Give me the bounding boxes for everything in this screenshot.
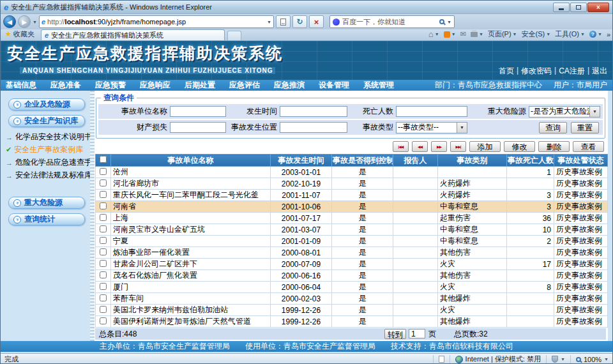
select-all-checkbox[interactable] (100, 156, 107, 163)
row-checkbox[interactable] (100, 214, 107, 221)
sidebar-group-0[interactable]: »企业及危险源 (8, 98, 85, 110)
sidebar-group-3[interactable]: »查询统计 (8, 213, 85, 225)
table-row[interactable]: 美国北卡罗来纳州韦兹伯勒加油站1999-12-26是火灾历史事故案例 (96, 305, 608, 316)
action-button-2[interactable]: 删除 (538, 141, 570, 152)
row-checkbox[interactable] (100, 179, 107, 186)
feeds-button[interactable]: ▼ (444, 31, 456, 38)
sidebar-item[interactable]: →危险化学品应急速查手... (6, 157, 90, 168)
nav-menu-item-7[interactable]: 设备管理 (319, 80, 349, 91)
sidebar-item[interactable]: →安全法律法规及标准库 (6, 170, 90, 181)
status-text: 完成 (4, 354, 19, 364)
action-button-1[interactable]: 修改 (504, 141, 535, 152)
query-input[interactable] (170, 106, 226, 117)
active-tab[interactable]: e 安全生产应急救援指挥辅助决策系统 (41, 29, 225, 40)
nav-menu-item-1[interactable]: 应急准备 (50, 80, 81, 91)
pager-prev-button[interactable]: ◀◀ (412, 141, 428, 152)
help-menu[interactable]: ?▼ (589, 31, 602, 38)
safety-menu[interactable]: 安全(S)▼ (522, 29, 551, 39)
nav-menu-item-8[interactable]: 系统管理 (363, 80, 394, 91)
sidebar-item[interactable]: →化学品安全技术说明书 (6, 132, 90, 142)
back-button[interactable]: ◀ (3, 15, 16, 28)
row-checkbox[interactable] (100, 283, 107, 290)
read-mail-button[interactable]: ✉ (460, 30, 466, 38)
sidebar-group-2[interactable]: »重大危险源 (8, 197, 85, 209)
favorites-button[interactable]: ★ 收藏夹 (3, 29, 38, 40)
table-row[interactable]: 河南灵宝市义寺山金矿五坑2001-03-07是中毒和窒息10历史事故案例 (96, 224, 608, 236)
nav-menu-item-4[interactable]: 后期处置 (185, 80, 215, 91)
pager-first-button[interactable]: |◀◀ (393, 141, 409, 152)
nav-menu-item-6[interactable]: 应急推演 (274, 80, 305, 91)
action-button-0[interactable]: 添加 (469, 141, 501, 152)
query-input[interactable] (396, 106, 467, 117)
smartscreen-control[interactable]: ▼ (546, 355, 565, 364)
table-row[interactable]: 厦门2000-06-04是火灾8历史事故案例 (96, 282, 608, 293)
table-row[interactable]: 沧州2003-01-01是1历史事故案例 (96, 167, 608, 178)
close-button[interactable]: × (587, 3, 609, 12)
row-checkbox[interactable] (100, 202, 107, 209)
table-row[interactable]: 炼油事业部一催化装置2000-08-01是其他伤害历史事故案例 (96, 247, 608, 259)
header-link-1[interactable]: 修改密码 (521, 66, 552, 77)
url-dropdown-icon[interactable]: ▼ (267, 20, 271, 24)
maximize-button[interactable] (570, 3, 587, 12)
query-select[interactable]: -是否为重大危险源-▼ (529, 106, 600, 118)
table-row[interactable]: 重庆长风化一车间二苯甲酮工段二号光化釜2001-11-07是火药爆炸3历史事故案… (96, 190, 608, 201)
row-checkbox[interactable] (100, 260, 107, 267)
row-checkbox[interactable] (100, 237, 107, 244)
query-button-reset[interactable]: 重置 (571, 122, 599, 133)
action-button-3[interactable]: 查看 (573, 141, 604, 152)
zoom-control[interactable]: 100% ▼ (570, 355, 609, 364)
table-row[interactable]: 甘肃金川公司二矿区井下2000-07-09是火灾17历史事故案例 (96, 259, 608, 270)
minimize-button[interactable] (553, 3, 570, 12)
sidebar-group-1[interactable]: »安全生产知识库 (8, 115, 85, 127)
toolbar-overflow[interactable]: » (607, 31, 610, 38)
row-checkbox[interactable] (100, 248, 107, 255)
table-row[interactable]: 上海2001-07-17是起重伤害36历史事故案例 (96, 213, 608, 224)
page-menu[interactable]: 页面(P)▼ (488, 29, 517, 39)
nav-menu-item-3[interactable]: 应急响应 (140, 80, 170, 91)
query-input[interactable] (280, 122, 347, 133)
pager-next-button[interactable]: ▶▶ (431, 141, 447, 152)
forward-button[interactable]: ▶ (18, 15, 31, 28)
url-field[interactable]: e http://localhost:90/yjzh/frame/homepag… (39, 15, 274, 28)
table-row[interactable]: 茂名石化炼油厂焦化装置2000-06-16是其他伤害历史事故案例 (96, 270, 608, 282)
history-dropdown-icon[interactable]: ▼ (33, 20, 37, 24)
row-checkbox[interactable] (100, 306, 107, 313)
search-dropdown-icon[interactable]: ▼ (447, 20, 451, 24)
table-row[interactable]: 河南省2001-10-06是中毒和窒息3历史事故案例 (96, 201, 608, 213)
row-checkbox[interactable] (100, 294, 107, 301)
header-link-2[interactable]: CA注册 (559, 66, 585, 77)
row-checkbox[interactable] (100, 191, 107, 198)
table-row[interactable]: 河北省廊坊市2002-10-19是火药爆炸历史事故案例 (96, 178, 608, 190)
tools-menu[interactable]: 工具(O)▼ (555, 29, 585, 39)
header-link-3[interactable]: 退出 (592, 66, 607, 77)
query-select[interactable]: --事故类型--▼ (396, 122, 467, 133)
search-icon[interactable] (439, 19, 444, 24)
row-checkbox[interactable] (100, 271, 107, 278)
table-row[interactable]: 美国伊利诺斯州芝加哥炼油厂天然气管道1999-12-26是其他爆炸历史事故案例 (96, 316, 608, 328)
sidebar-item[interactable]: ✔安全生产事故案例库 (6, 144, 90, 155)
refresh-button[interactable]: ↻ (292, 15, 307, 28)
row-checkbox[interactable] (100, 168, 107, 175)
query-input[interactable] (280, 106, 347, 117)
new-tab-button[interactable] (227, 31, 241, 40)
home-button[interactable]: ⌂▼ (428, 29, 439, 39)
nav-menu-item-2[interactable]: 应急预警 (95, 80, 126, 91)
table-row[interactable]: 苯酐车间2000-02-03是其他爆炸历史事故案例 (96, 293, 608, 305)
page-number-input[interactable] (409, 329, 425, 338)
query-input[interactable] (170, 122, 226, 133)
pager-last-button[interactable]: ▶▶| (450, 141, 466, 152)
nav-menu-item-5[interactable]: 应急评估 (229, 80, 260, 91)
search-box[interactable]: 百度一下，你就知道 ▼ (329, 15, 455, 28)
compatibility-view-button[interactable] (276, 15, 291, 28)
row-checkbox[interactable] (100, 225, 107, 232)
cell-status: 历史事故案例 (554, 247, 608, 259)
header-link-0[interactable]: 首页 (499, 66, 514, 77)
table-row[interactable]: 宁夏2001-01-09是中毒和窒息2历史事故案例 (96, 236, 608, 247)
row-checkbox[interactable] (100, 317, 107, 324)
print-button[interactable]: ▼ (471, 32, 483, 37)
query-button-search[interactable]: 查询 (539, 122, 567, 133)
nav-menu-item-0[interactable]: 基础信息 (6, 80, 36, 91)
stop-button[interactable]: × (309, 15, 324, 28)
goto-page-button[interactable]: 转到 (384, 329, 406, 339)
select-value: -是否为重大危险源- (529, 106, 589, 117)
